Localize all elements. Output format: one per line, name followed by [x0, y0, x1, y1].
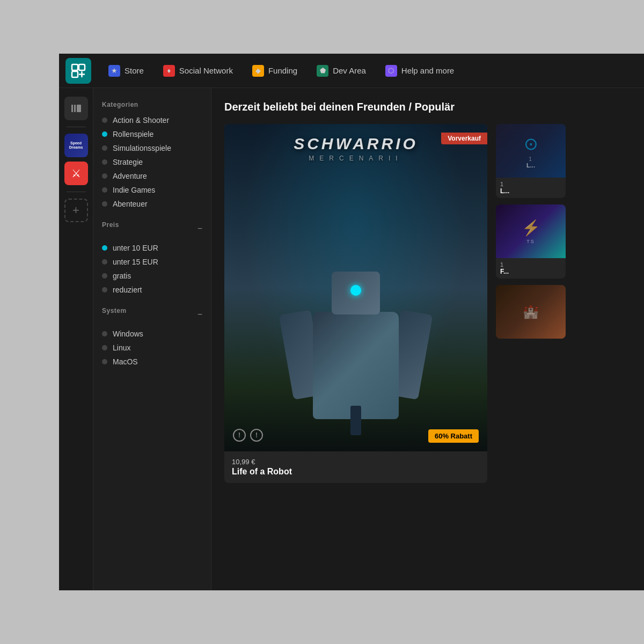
logo-button[interactable] [65, 58, 91, 84]
add-game-button[interactable]: + [64, 199, 88, 222]
svg-rect-7 [77, 105, 81, 112]
featured-game-info: 10,99 € Life of a Robot [224, 451, 487, 483]
nav-help[interactable]: ⬡ Help and more [377, 61, 463, 81]
side-card-1-price: 1 [500, 181, 561, 187]
nav-social-label: Social Network [179, 66, 233, 75]
preis-collapse-btn[interactable]: − [197, 224, 202, 233]
help-icon: ⬡ [385, 65, 397, 77]
nav-dev-label: Dev Area [333, 66, 366, 75]
filter-indie[interactable]: Indie Games [102, 186, 202, 194]
filter-macos-label: MacOS [113, 357, 138, 366]
filter-unter15-label: unter 15 EUR [113, 258, 158, 266]
filter-strategie[interactable]: Strategie [102, 158, 202, 166]
sidebar-icons: SpeedDreams ⚔ + [59, 88, 93, 590]
filter-dot-unter15 [102, 259, 107, 265]
filter-dot-action [102, 118, 107, 123]
games-grid: SCHWARRIO MERCENARII Vorverkauf 60% Raba… [224, 124, 631, 483]
info-icons: ! ! [233, 429, 263, 442]
svg-rect-5 [71, 105, 73, 112]
filter-simulationsspiele[interactable]: Simulationsspiele [102, 144, 202, 152]
svg-rect-0 [72, 64, 78, 70]
dev-icon: ⬟ [317, 65, 328, 77]
filter-reduziert-label: reduziert [113, 286, 142, 294]
side-card-3[interactable]: 🏰 [496, 285, 566, 339]
funding-icon: ◆ [252, 65, 264, 77]
robot-human [350, 406, 361, 435]
featured-game-name: Life of a Robot [232, 467, 480, 477]
system-section-header: System − [102, 307, 202, 322]
filter-dot-sim [102, 145, 107, 151]
filter-windows-label: Windows [113, 330, 143, 338]
filter-dot-macos [102, 359, 107, 364]
preorder-badge: Vorverkauf [441, 133, 487, 144]
filter-sim-label: Simulationsspiele [113, 144, 171, 152]
preis-section-header: Preis − [102, 221, 202, 236]
filter-dot-strategie [102, 159, 107, 165]
app-container: ★ Store ♦ Social Network ◆ Funding ⬟ Dev… [59, 54, 644, 590]
side-card-1-image: ⊙ 1 L... [496, 124, 566, 178]
filter-unter10[interactable]: unter 10 EUR [102, 244, 202, 252]
game-robot-bg [224, 124, 487, 451]
game-icon-red[interactable]: ⚔ [64, 162, 88, 185]
filter-dot-abenteuer [102, 201, 107, 207]
system-collapse-btn[interactable]: − [197, 310, 202, 319]
filter-sidebar: Kategorien Action & Shooter Rollenspiele… [93, 88, 211, 590]
filter-rollenspiele[interactable]: Rollenspiele [102, 130, 202, 138]
filter-dot-adventure [102, 173, 107, 179]
kategorien-section: Kategorien Action & Shooter Rollenspiele… [102, 101, 202, 208]
side-card-1-info: 1 L... [496, 178, 566, 198]
filter-adventure[interactable]: Adventure [102, 172, 202, 180]
discount-badge: 60% Rabatt [428, 429, 479, 443]
filter-windows[interactable]: Windows [102, 330, 202, 338]
side-card-1[interactable]: ⊙ 1 L... 1 L... [496, 124, 566, 198]
svg-rect-6 [74, 105, 76, 112]
filter-abenteuer[interactable]: Abenteuer [102, 200, 202, 208]
nav-dev[interactable]: ⬟ Dev Area [308, 61, 375, 81]
filter-rollenspiele-label: Rollenspiele [113, 130, 153, 138]
side-card-2-info: 1 F... [496, 258, 566, 279]
svg-rect-2 [72, 71, 78, 77]
filter-dot-windows [102, 331, 107, 336]
filter-linux[interactable]: Linux [102, 343, 202, 352]
filter-dot-indie [102, 187, 107, 193]
main-content: Derzeit beliebt bei deinen Freunden / Po… [211, 88, 644, 590]
main-body: SpeedDreams ⚔ + Kategorien Action & Shoo… [59, 88, 644, 590]
game-icon-speed[interactable]: SpeedDreams [64, 134, 88, 157]
side-card-2-price: 1 [500, 261, 561, 268]
filter-dot-linux [102, 345, 107, 350]
robot-head [332, 272, 380, 314]
filter-dot-reduziert [102, 287, 107, 292]
filter-dot-gratis [102, 273, 107, 279]
side-card-2-image: ⚡ TS [496, 204, 566, 258]
filter-indie-label: Indie Games [113, 186, 155, 194]
filter-reduziert[interactable]: reduziert [102, 286, 202, 294]
library-button[interactable] [64, 97, 88, 120]
featured-game-card[interactable]: SCHWARRIO MERCENARII Vorverkauf 60% Raba… [224, 124, 487, 483]
featured-game-image: SCHWARRIO MERCENARII Vorverkauf 60% Raba… [224, 124, 487, 451]
nav-funding[interactable]: ◆ Funding [244, 61, 306, 81]
side-card-2[interactable]: ⚡ TS 1 F... [496, 204, 566, 279]
featured-game-image-container: SCHWARRIO MERCENARII Vorverkauf 60% Raba… [224, 124, 487, 451]
info-icon-1[interactable]: ! [233, 429, 246, 442]
filter-macos[interactable]: MacOS [102, 357, 202, 366]
side-card-3-image: 🏰 [496, 285, 566, 339]
nav-store[interactable]: ★ Store [100, 61, 152, 81]
filter-action-label: Action & Shooter [113, 116, 169, 125]
filter-abenteuer-label: Abenteuer [113, 200, 148, 208]
side-card-1-name: L... [500, 187, 561, 195]
filter-dot-rollenspiele [102, 131, 107, 137]
filter-unter15[interactable]: unter 15 EUR [102, 258, 202, 266]
filter-action-shooter[interactable]: Action & Shooter [102, 116, 202, 125]
filter-gratis[interactable]: gratis [102, 272, 202, 280]
nav-social[interactable]: ♦ Social Network [155, 61, 241, 81]
info-icon-2[interactable]: ! [250, 429, 263, 442]
sidebar-divider-1 [67, 127, 86, 127]
top-nav: ★ Store ♦ Social Network ◆ Funding ⬟ Dev… [59, 54, 644, 88]
preis-title: Preis [102, 221, 119, 229]
sidebar-divider-2 [67, 192, 86, 192]
robot-body [313, 312, 399, 419]
filter-unter10-label: unter 10 EUR [113, 244, 158, 252]
filter-dot-unter10 [102, 245, 107, 251]
store-icon: ★ [108, 65, 120, 77]
system-title: System [102, 307, 127, 314]
